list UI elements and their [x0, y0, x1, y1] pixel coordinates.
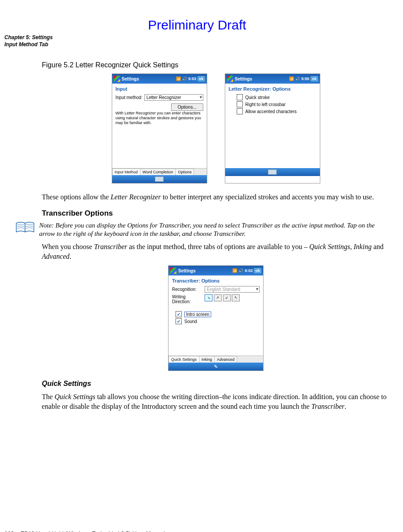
draft-header: Preliminary Draft	[4, 18, 390, 33]
signal-icon: 📶	[232, 268, 237, 273]
pen-icon[interactable]: ✎	[214, 364, 218, 370]
window-title: Settings	[122, 77, 176, 81]
note-block: Note: Before you can display the Options…	[15, 221, 390, 238]
chapter-header: Chapter 5: Settings Input Method Tab	[4, 34, 390, 48]
writing-direction-icon-4[interactable]: ↖	[232, 294, 240, 301]
figure-screenshots: Settings 📶 🔊 5:53 ok Input Input method:…	[42, 73, 390, 183]
keyboard-icon[interactable]	[155, 176, 164, 182]
wm-titlebar: Settings 📶 🔊 5:55 ok	[225, 74, 320, 84]
note-body: Before you can display the Options for T…	[39, 222, 375, 237]
text: and	[372, 243, 384, 250]
input-method-select[interactable]: Letter Recognizer	[144, 94, 203, 101]
tab-advanced[interactable]: Advanced	[214, 356, 237, 363]
writing-direction-icon-2[interactable]: ↗	[214, 294, 222, 301]
start-icon	[114, 76, 120, 82]
text-italic: Quick Settings	[55, 393, 95, 400]
writing-direction-label: Writing Direction:	[172, 294, 203, 304]
clock-text: 6:02	[245, 268, 253, 273]
tab-options[interactable]: Options	[175, 169, 194, 175]
paragraph: The Quick Settings tab allows you choose…	[42, 392, 390, 411]
tab-word-completion[interactable]: Word Completion	[140, 169, 176, 175]
tab-quick-settings[interactable]: Quick Settings	[169, 356, 199, 363]
start-icon	[227, 76, 233, 82]
window-title: Settings	[178, 268, 232, 273]
wm-titlebar: Settings 📶 🔊 6:02 ok	[169, 266, 263, 275]
chapter-subline: Input Method Tab	[4, 41, 390, 48]
clock-text: 5:53	[188, 77, 196, 81]
tabs-row: Input Method Word Completion Options	[112, 168, 207, 175]
panel-title: Letter Recognizer: Options	[229, 86, 316, 92]
intro-screen-checkbox[interactable]: ✔	[176, 311, 182, 317]
text: as the input method, three tabs of optio…	[127, 243, 309, 250]
ok-button[interactable]: ok	[254, 268, 261, 273]
window-title: Settings	[235, 77, 289, 81]
start-icon	[170, 268, 176, 274]
text-italic: Letter Recognizer	[110, 193, 161, 201]
sound-checkbox[interactable]: ✔	[176, 318, 182, 324]
figure-caption: Figure 5.2 Letter Recognizer Quick Setti…	[42, 61, 390, 69]
subheading-transcriber-options: Transcriber Options	[42, 209, 390, 218]
intro-screen-label: Intro screen	[184, 312, 211, 317]
text-italic: Advanced	[42, 253, 70, 260]
text-italic: Quick Settings, Inking	[309, 243, 372, 250]
tab-inking[interactable]: Inking	[199, 356, 215, 363]
clock-text: 5:55	[301, 77, 309, 81]
input-method-label: Input method:	[116, 95, 143, 100]
keyboard-icon[interactable]	[268, 169, 277, 175]
text: When you choose	[42, 243, 94, 250]
paragraph: These options allow the Letter Recognize…	[42, 192, 390, 202]
writing-direction-icon-3[interactable]: ↙	[223, 294, 231, 301]
paragraph: When you choose Transcriber as the input…	[42, 242, 390, 261]
text: .	[70, 253, 71, 260]
quick-stroke-checkbox[interactable]	[237, 94, 243, 100]
screenshot-transcriber-options: Settings 📶 🔊 6:02 ok Transcriber: Option…	[168, 265, 264, 371]
chapter-line: Chapter 5: Settings	[4, 34, 390, 41]
right-to-left-checkbox[interactable]	[237, 101, 243, 107]
allow-accented-checkbox[interactable]	[237, 108, 243, 114]
volume-icon: 🔊	[295, 77, 300, 81]
signal-icon: 📶	[289, 77, 294, 81]
book-icon	[15, 221, 36, 234]
tabs-row: Quick Settings Inking Advanced	[169, 356, 263, 363]
text: .	[344, 403, 346, 410]
recognition-label: Recognition:	[172, 287, 203, 292]
bottom-bar	[225, 168, 320, 176]
signal-icon: 📶	[176, 77, 181, 81]
panel-title: Transcriber: Options	[172, 278, 260, 283]
wm-titlebar: Settings 📶 🔊 5:53 ok	[112, 74, 207, 84]
tab-input-method[interactable]: Input Method	[112, 169, 141, 175]
bottom-bar: ✎	[169, 363, 263, 371]
right-to-left-label: Right to left crossbar	[245, 102, 286, 107]
text: to better interpret any specialized stro…	[161, 193, 374, 201]
page-number: 110	[4, 530, 14, 532]
panel-title: Input	[116, 86, 203, 92]
quick-stroke-label: Quick stroke	[245, 95, 270, 100]
screenshot-letter-recognizer-options: Settings 📶 🔊 5:55 ok Letter Recognizer: …	[225, 73, 320, 183]
page-footer: 110EP10 Hand-Held (Windows Embedded 6.5)…	[4, 530, 165, 532]
figure-screenshot-single: Settings 📶 🔊 6:02 ok Transcriber: Option…	[42, 265, 390, 371]
footer-title: EP10 Hand-Held (Windows Embedded 6.5) Us…	[20, 530, 165, 532]
text-italic: Transcriber	[94, 243, 128, 250]
text: The	[42, 393, 55, 400]
volume-icon: 🔊	[238, 268, 243, 273]
recognition-select[interactable]: English Standard	[205, 286, 260, 293]
volume-icon: 🔊	[182, 77, 187, 81]
note-text: Note: Before you can display the Options…	[39, 221, 390, 238]
screenshot-input-settings: Settings 📶 🔊 5:53 ok Input Input method:…	[112, 73, 207, 183]
sound-label: Sound	[184, 319, 197, 324]
ok-button[interactable]: ok	[198, 76, 205, 81]
ok-button[interactable]: ok	[311, 76, 318, 81]
bottom-bar	[112, 175, 207, 183]
options-button[interactable]: Options...	[171, 103, 203, 111]
text: These options allow the	[42, 193, 110, 201]
method-description: With Letter Recognizer you can enter cha…	[116, 111, 203, 125]
subheading-quick-settings: Quick Settings	[42, 380, 390, 388]
allow-accented-label: Allow accented characters	[245, 109, 297, 114]
text-italic: Transcriber	[311, 403, 345, 410]
writing-direction-icon-1[interactable]: ↘	[205, 294, 212, 301]
note-prefix: Note:	[39, 222, 54, 229]
